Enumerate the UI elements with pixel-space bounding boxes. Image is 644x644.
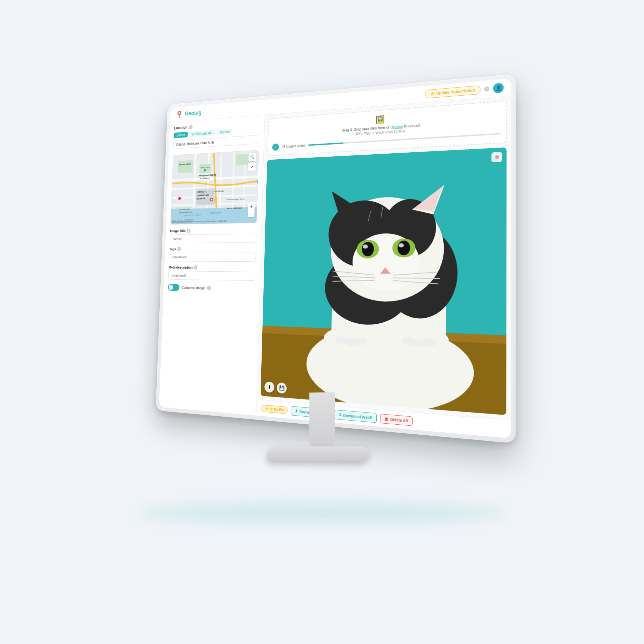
svg-point-3 bbox=[178, 117, 180, 118]
delete-image-button[interactable]: 🗑 bbox=[491, 152, 502, 162]
location-tag-bormia[interactable]: Bormia bbox=[217, 129, 233, 136]
logo-text: Geotag bbox=[184, 109, 202, 117]
update-subscription-button[interactable]: ⭐ Update Subscription bbox=[425, 85, 481, 98]
compress-label: Compress Image bbox=[181, 286, 205, 290]
image-title-group: Image Title ℹ bbox=[170, 227, 257, 243]
meta-description-group: Meta description ℹ bbox=[168, 265, 256, 281]
download-webp-button[interactable]: ⬇ Download WebP bbox=[334, 410, 377, 423]
left-panel: Location ℹ Détroit nobilis data AG Bormi… bbox=[159, 115, 265, 416]
location-tag-detroit[interactable]: Détroit bbox=[174, 132, 188, 138]
tags-label: Tags ℹ bbox=[169, 247, 256, 251]
tags-input[interactable] bbox=[169, 253, 256, 262]
svg-text:Rivière Détroit: Rivière Détroit bbox=[209, 211, 221, 214]
browse-link[interactable]: Browse bbox=[390, 124, 403, 129]
svg-text:Caesars Windsor: Caesars Windsor bbox=[226, 207, 242, 210]
delete-all-icon: 🗑 bbox=[385, 417, 389, 421]
cat-scene bbox=[261, 147, 506, 415]
location-tag-nobilis[interactable]: nobilis data AG bbox=[189, 130, 215, 137]
svg-text:CAPITOL CI...: CAPITOL CI... bbox=[197, 191, 208, 193]
compress-toggle[interactable]: ✓ bbox=[168, 284, 179, 291]
avatar[interactable]: 👤 bbox=[493, 83, 503, 94]
image-actions: ⬇ 💾 bbox=[264, 381, 287, 394]
image-preview: ⬇ 💾 🗑 bbox=[261, 147, 506, 415]
download-image-button[interactable]: ⬇ bbox=[264, 381, 274, 393]
images-added-text: 1/5 images added bbox=[281, 144, 306, 149]
download-webp-icon: ⬇ bbox=[338, 413, 341, 417]
svg-text:UNITED STATES: UNITED STATES bbox=[184, 214, 201, 217]
svg-text:DOWNTOWN: DOWNTOWN bbox=[197, 194, 209, 197]
save-image-button[interactable]: 💾 bbox=[277, 382, 287, 394]
app-main: Location ℹ Détroit nobilis data AG Bormi… bbox=[159, 96, 511, 438]
image-title-input[interactable] bbox=[170, 234, 257, 244]
logo-area: Geotag bbox=[175, 108, 202, 119]
tags-info-icon: ℹ bbox=[177, 247, 181, 251]
map-search-button[interactable]: 🔍 bbox=[248, 153, 256, 162]
compress-row: ✓ Compress Image ℹ bbox=[168, 284, 255, 292]
monitor-stand-base bbox=[266, 446, 370, 463]
go-pro-badge[interactable]: ⭐ ⭐ Go Pro bbox=[261, 405, 288, 414]
map-zoom-out-button[interactable]: − bbox=[248, 210, 255, 217]
location-info-icon: ℹ bbox=[189, 125, 193, 129]
location-section: Location ℹ Détroit nobilis data AG Bormi… bbox=[173, 120, 260, 151]
right-panel: 🖼️ Drag & Drop your files here or Browse… bbox=[256, 96, 511, 438]
download-jpeg-icon: ⬇ bbox=[295, 409, 298, 414]
svg-text:DETROIT: DETROIT bbox=[197, 197, 205, 200]
image-title-label: Image Title ℹ bbox=[170, 227, 257, 233]
svg-text:Family Water Park: Family Water Park bbox=[179, 211, 193, 214]
map-expand-button[interactable]: ⤢ bbox=[248, 162, 256, 171]
tags-group: Tags ℹ bbox=[169, 247, 256, 262]
svg-rect-15 bbox=[199, 164, 211, 173]
logo-icon bbox=[175, 110, 183, 119]
meta-description-label: Meta description ℹ bbox=[169, 265, 256, 270]
meta-description-info-icon: ℹ bbox=[194, 265, 198, 270]
svg-text:at Greektown: at Greektown bbox=[200, 177, 209, 179]
map-zoom-in-button[interactable]: + bbox=[248, 203, 255, 210]
meta-description-input[interactable] bbox=[168, 271, 256, 281]
progress-bar-fill bbox=[308, 143, 343, 146]
map-svg: UNITED STATES CANADA Rivière Détroit bbox=[171, 150, 259, 224]
cat-image-svg bbox=[261, 147, 506, 415]
map-container: UNITED STATES CANADA Rivière Détroit bbox=[170, 150, 259, 225]
svg-line-71 bbox=[393, 278, 440, 279]
svg-text:BRICKTOWN: BRICKTOWN bbox=[214, 190, 224, 192]
help-icon[interactable]: ? bbox=[484, 86, 490, 92]
image-title-info-icon: ℹ bbox=[186, 228, 191, 233]
svg-rect-14 bbox=[178, 160, 193, 173]
monitor-stand-neck bbox=[309, 392, 335, 446]
svg-text:Adventure Bay: Adventure Bay bbox=[179, 209, 190, 211]
header-right: ⭐ Update Subscription ? 👤 bbox=[425, 83, 503, 99]
delete-all-button[interactable]: 🗑 Delete All bbox=[380, 414, 413, 426]
compress-info-icon: ℹ bbox=[207, 286, 211, 290]
upload-check-icon: ✓ bbox=[272, 144, 279, 151]
